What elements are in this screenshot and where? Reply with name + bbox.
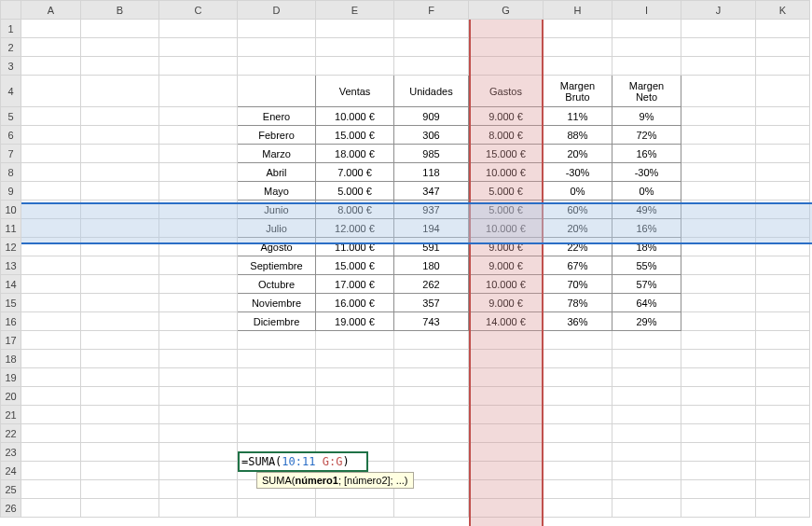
cell[interactable] <box>756 76 810 107</box>
cell-margen-bruto[interactable]: 70% <box>544 275 612 294</box>
cell[interactable] <box>756 480 810 499</box>
cell-margen-neto[interactable]: 16% <box>612 219 681 238</box>
cell-margen-neto[interactable]: 49% <box>612 201 681 219</box>
cell-ventas[interactable]: 8.000 € <box>316 201 394 219</box>
cell[interactable] <box>756 163 810 182</box>
cell[interactable] <box>681 462 756 480</box>
cell[interactable] <box>394 387 469 406</box>
cell[interactable] <box>756 126 810 145</box>
cell[interactable] <box>394 20 469 38</box>
header-ventas[interactable]: Ventas <box>316 76 394 107</box>
cell-gastos[interactable]: 10.000 € <box>469 163 544 182</box>
cell[interactable] <box>544 38 612 57</box>
cell[interactable] <box>316 368 394 387</box>
cell[interactable] <box>612 462 681 480</box>
cell-margen-bruto[interactable]: 78% <box>544 294 612 312</box>
cell[interactable] <box>756 145 810 163</box>
cell-margen-neto[interactable]: -30% <box>612 163 681 182</box>
cell[interactable] <box>316 387 394 406</box>
cell[interactable] <box>159 219 238 238</box>
header-blank[interactable] <box>238 76 316 107</box>
cell[interactable] <box>681 387 756 406</box>
cell-margen-bruto[interactable]: 67% <box>544 256 612 275</box>
cell[interactable] <box>544 350 612 368</box>
row-header-17[interactable]: 17 <box>1 331 21 350</box>
cell[interactable] <box>394 443 469 462</box>
row-label[interactable]: Marzo <box>238 145 316 163</box>
cell[interactable] <box>238 331 316 350</box>
cell[interactable] <box>81 294 159 312</box>
row-header-21[interactable]: 21 <box>1 406 21 424</box>
cell-unidades[interactable]: 743 <box>394 312 469 331</box>
cell[interactable] <box>612 406 681 424</box>
row-header-25[interactable]: 25 <box>1 480 21 499</box>
cell[interactable] <box>21 163 81 182</box>
cell[interactable] <box>756 107 810 126</box>
cell[interactable] <box>394 331 469 350</box>
cell[interactable] <box>21 499 81 518</box>
cell[interactable] <box>756 182 810 201</box>
col-header-B[interactable]: B <box>81 1 159 20</box>
cell[interactable] <box>21 20 81 38</box>
cell[interactable] <box>544 499 612 518</box>
cell[interactable] <box>756 443 810 462</box>
row-header-23[interactable]: 23 <box>1 443 21 462</box>
cell[interactable] <box>681 76 756 107</box>
cell-margen-neto[interactable]: 64% <box>612 294 681 312</box>
cell[interactable] <box>394 499 469 518</box>
row-label[interactable]: Febrero <box>238 126 316 145</box>
cell[interactable] <box>238 424 316 443</box>
cell[interactable] <box>21 145 81 163</box>
row-header-20[interactable]: 20 <box>1 387 21 406</box>
cell-unidades[interactable]: 118 <box>394 163 469 182</box>
cell[interactable] <box>159 126 238 145</box>
cell[interactable] <box>81 462 159 480</box>
column-header-row[interactable]: A B C D E F G H I J K <box>1 1 810 20</box>
cell[interactable] <box>159 368 238 387</box>
cell[interactable] <box>681 201 756 219</box>
cell-unidades[interactable]: 985 <box>394 145 469 163</box>
cell[interactable] <box>159 331 238 350</box>
cell[interactable] <box>21 182 81 201</box>
col-header-H[interactable]: H <box>544 1 612 20</box>
cell[interactable] <box>238 368 316 387</box>
cell-margen-neto[interactable]: 0% <box>612 182 681 201</box>
col-header-A[interactable]: A <box>21 1 81 20</box>
cell[interactable] <box>238 387 316 406</box>
cell-ventas[interactable]: 5.000 € <box>316 182 394 201</box>
cell[interactable] <box>544 57 612 76</box>
cell[interactable] <box>81 76 159 107</box>
cell[interactable] <box>81 350 159 368</box>
cell-margen-neto[interactable]: 9% <box>612 107 681 126</box>
cell[interactable] <box>394 350 469 368</box>
cell-ventas[interactable]: 10.000 € <box>316 107 394 126</box>
cell[interactable] <box>159 275 238 294</box>
cell[interactable] <box>21 406 81 424</box>
row-label[interactable]: Noviembre <box>238 294 316 312</box>
row-label[interactable]: Julio <box>238 219 316 238</box>
cell[interactable] <box>21 126 81 145</box>
cell[interactable] <box>159 312 238 331</box>
cell[interactable] <box>159 145 238 163</box>
cell-unidades[interactable]: 194 <box>394 219 469 238</box>
cell-gastos[interactable]: 9.000 € <box>469 107 544 126</box>
cell[interactable] <box>756 387 810 406</box>
col-header-C[interactable]: C <box>159 1 238 20</box>
cell[interactable] <box>681 163 756 182</box>
cell[interactable] <box>21 238 81 256</box>
cell-gastos[interactable]: 9.000 € <box>469 294 544 312</box>
cell[interactable] <box>681 499 756 518</box>
cell-unidades[interactable]: 306 <box>394 126 469 145</box>
header-gastos[interactable]: Gastos <box>469 76 544 107</box>
cell[interactable] <box>21 201 81 219</box>
cell-unidades[interactable]: 347 <box>394 182 469 201</box>
cell[interactable] <box>681 57 756 76</box>
cell[interactable] <box>681 145 756 163</box>
cell[interactable] <box>159 387 238 406</box>
col-header-D[interactable]: D <box>238 1 316 20</box>
row-header-4[interactable]: 4 <box>1 76 21 107</box>
row-header-16[interactable]: 16 <box>1 312 21 331</box>
cell[interactable] <box>681 256 756 275</box>
cell[interactable] <box>21 312 81 331</box>
cell[interactable] <box>681 312 756 331</box>
